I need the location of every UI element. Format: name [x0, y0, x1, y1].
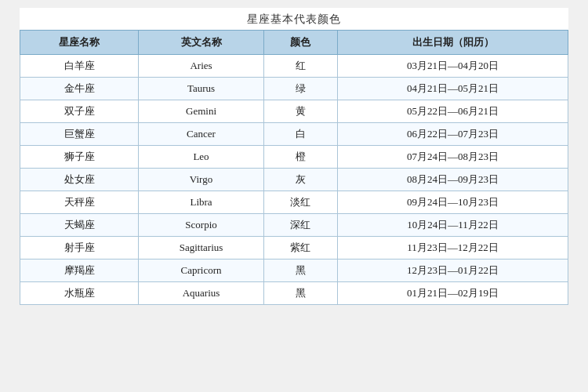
table-row: 金牛座Taurus绿04月21日—05月21日 [20, 78, 568, 100]
header-en-name: 英文名称 [139, 31, 263, 55]
table-row: 天秤座Libra淡红09月24日—10月23日 [20, 191, 568, 214]
cell-color: 紫红 [263, 237, 337, 260]
cell-date: 07月24日—08月23日 [338, 146, 568, 169]
cell-color: 橙 [263, 146, 337, 169]
cell-date: 04月21日—05月21日 [338, 78, 568, 100]
cell-date: 09月24日—10月23日 [338, 191, 568, 214]
cell-zh-name: 天秤座 [20, 191, 139, 214]
cell-color: 白 [263, 123, 337, 146]
table-row: 处女座Virgo灰08月24日—09月23日 [20, 169, 568, 191]
cell-zh-name: 狮子座 [20, 146, 139, 169]
cell-en-name: Libra [139, 191, 263, 214]
cell-zh-name: 巨蟹座 [20, 123, 139, 146]
table-row: 射手座Sagittarius紫红11月23日—12月22日 [20, 237, 568, 260]
cell-date: 01月21日—02月19日 [338, 282, 568, 305]
cell-en-name: Sagittarius [139, 237, 263, 260]
cell-zh-name: 白羊座 [20, 55, 139, 78]
cell-color: 黑 [263, 282, 337, 305]
cell-color: 黑 [263, 260, 337, 282]
cell-en-name: Aquarius [139, 282, 263, 305]
header-color: 颜色 [263, 31, 337, 55]
cell-en-name: Capricorn [139, 260, 263, 282]
cell-zh-name: 水瓶座 [20, 282, 139, 305]
cell-date: 03月21日—04月20日 [338, 55, 568, 78]
cell-date: 11月23日—12月22日 [338, 237, 568, 260]
table-row: 双子座Gemini黄05月22日—06月21日 [20, 100, 568, 123]
main-container: 星座基本代表颜色 星座名称 英文名称 颜色 出生日期（阳历） 白羊座Aries红… [20, 8, 568, 305]
table-row: 巨蟹座Cancer白06月22日—07月23日 [20, 123, 568, 146]
page-title: 星座基本代表颜色 [20, 8, 568, 30]
header-zh-name: 星座名称 [20, 31, 139, 55]
cell-zh-name: 摩羯座 [20, 260, 139, 282]
cell-color: 绿 [263, 78, 337, 100]
cell-date: 05月22日—06月21日 [338, 100, 568, 123]
cell-color: 红 [263, 55, 337, 78]
cell-en-name: Taurus [139, 78, 263, 100]
cell-color: 淡红 [263, 191, 337, 214]
cell-zh-name: 双子座 [20, 100, 139, 123]
cell-en-name: Scorpio [139, 214, 263, 237]
cell-date: 06月22日—07月23日 [338, 123, 568, 146]
table-row: 水瓶座Aquarius黑01月21日—02月19日 [20, 282, 568, 305]
cell-date: 08月24日—09月23日 [338, 169, 568, 191]
cell-en-name: Gemini [139, 100, 263, 123]
table-row: 摩羯座Capricorn黑12月23日—01月22日 [20, 260, 568, 282]
cell-en-name: Aries [139, 55, 263, 78]
table-row: 白羊座Aries红03月21日—04月20日 [20, 55, 568, 78]
cell-zh-name: 射手座 [20, 237, 139, 260]
cell-en-name: Cancer [139, 123, 263, 146]
cell-color: 灰 [263, 169, 337, 191]
cell-en-name: Virgo [139, 169, 263, 191]
cell-en-name: Leo [139, 146, 263, 169]
table-row: 天蝎座Scorpio深红10月24日—11月22日 [20, 214, 568, 237]
cell-date: 10月24日—11月22日 [338, 214, 568, 237]
cell-zh-name: 金牛座 [20, 78, 139, 100]
table-row: 狮子座Leo橙07月24日—08月23日 [20, 146, 568, 169]
cell-zh-name: 处女座 [20, 169, 139, 191]
table-header-row: 星座名称 英文名称 颜色 出生日期（阳历） [20, 31, 568, 55]
cell-date: 12月23日—01月22日 [338, 260, 568, 282]
cell-color: 黄 [263, 100, 337, 123]
header-date: 出生日期（阳历） [338, 31, 568, 55]
cell-zh-name: 天蝎座 [20, 214, 139, 237]
zodiac-table: 星座名称 英文名称 颜色 出生日期（阳历） 白羊座Aries红03月21日—04… [20, 30, 568, 305]
cell-color: 深红 [263, 214, 337, 237]
